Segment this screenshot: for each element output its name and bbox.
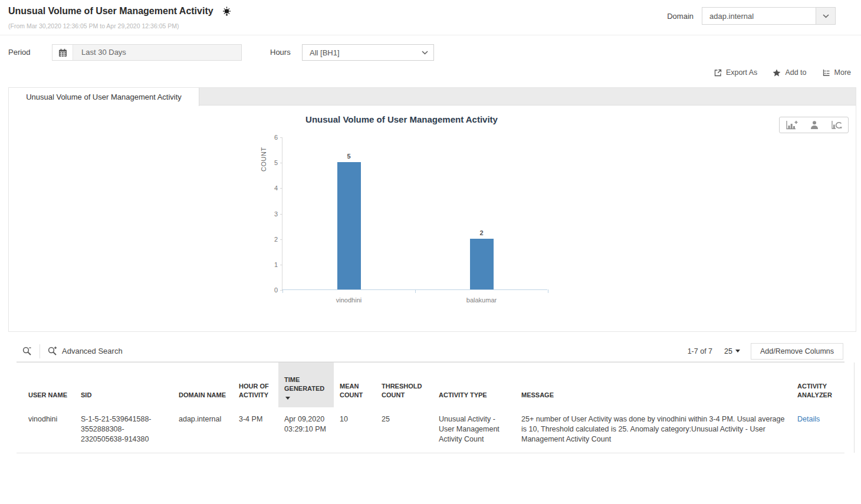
chevron-down-icon[interactable] [816, 8, 835, 24]
chart-title: Unusual Volume of User Management Activi… [248, 114, 555, 124]
y-tick-label: 6 [264, 134, 278, 141]
chart-plot: COUNT 01234565vinodhini2balakumar [282, 137, 547, 290]
pagination-range: 1-7 of 7 [688, 347, 712, 355]
more-button[interactable]: More [822, 68, 851, 77]
more-icon [822, 68, 830, 77]
x-category-label: balakumar [435, 297, 529, 304]
calendar-icon[interactable] [52, 45, 73, 60]
domain-selected-value: adap.internal [702, 12, 816, 21]
period-picker[interactable]: Last 30 Days [52, 44, 242, 61]
x-tick-mark [548, 289, 548, 293]
y-tick-mark [280, 163, 282, 163]
advanced-search-icon [47, 346, 57, 356]
cell-mean-count: 10 [334, 407, 376, 453]
hours-select[interactable]: All [BH1] [302, 44, 434, 61]
details-link[interactable]: Details [797, 415, 820, 423]
bulb-icon[interactable] [222, 6, 232, 17]
cell-user-name: vinodhini [17, 407, 75, 453]
export-as-label: Export As [726, 68, 758, 77]
period-label: Period [8, 48, 31, 57]
add-to-label: Add to [785, 68, 806, 77]
add-remove-columns-button[interactable]: Add/Remove Columns [751, 343, 843, 360]
column-header-mean-count[interactable]: MEAN COUNT [334, 363, 376, 407]
star-icon [773, 69, 781, 77]
report-actions: Export As Add to More [714, 68, 851, 77]
column-header-user-name[interactable]: USER NAME [17, 363, 75, 407]
column-header-threshold-count[interactable]: THRESHOLD COUNT [376, 363, 433, 407]
page-title: Unusual Volume of User Management Activi… [8, 6, 213, 17]
bar-balakumar[interactable] [470, 239, 494, 289]
y-tick-label: 1 [264, 261, 278, 268]
y-tick-mark [280, 265, 282, 265]
chart-toolbar [779, 117, 849, 133]
report-date-range: (From Mar 30,2020 12:36:05 PM to Apr 29,… [8, 22, 179, 29]
caret-down-icon [735, 350, 740, 353]
chart: Unusual Volume of User Management Activi… [248, 114, 555, 309]
column-header-activity-analyzer[interactable]: ACTIVITY ANALYZER [791, 363, 844, 407]
page-size-select[interactable]: 25 [724, 347, 740, 355]
y-tick-label: 2 [264, 236, 278, 243]
table-header-row: USER NAME SID DOMAIN NAME HOUR OF ACTIVI… [17, 363, 844, 407]
cell-hour-of-activity: 3-4 PM [233, 407, 278, 453]
tab-label: Unusual Volume of User Management Activi… [26, 93, 182, 101]
table-row: vinodhini S-1-5-21-539641588-3552888308-… [17, 407, 844, 453]
x-tick-mark [282, 289, 283, 293]
cell-domain-name: adap.internal [173, 407, 233, 453]
table-scrollbar-track[interactable] [854, 363, 855, 453]
y-tick-mark [280, 137, 282, 138]
chevron-down-icon[interactable] [416, 51, 433, 55]
search-icon[interactable] [17, 346, 37, 356]
chart-refresh-icon[interactable] [831, 120, 842, 130]
page-size-value: 25 [724, 347, 732, 355]
results-table-section: Advanced Search 1-7 of 7 25 Add/Remove C… [17, 341, 844, 453]
export-as-button[interactable]: Export As [714, 68, 758, 77]
hours-label: Hours [270, 48, 291, 57]
column-header-activity-type[interactable]: ACTIVITY TYPE [433, 363, 515, 407]
cell-activity-analyzer: Details [791, 407, 844, 453]
cell-time-generated: Apr 09,2020 03:29:10 PM [278, 407, 334, 453]
cell-message: 25+ number of User Activity was done by … [515, 407, 791, 453]
y-tick-mark [280, 214, 282, 215]
column-header-hour-of-activity[interactable]: HOUR OF ACTIVITY [233, 363, 278, 407]
advanced-search-button[interactable]: Advanced Search [42, 346, 127, 356]
bar-vinodhini[interactable] [337, 162, 361, 289]
export-icon [714, 69, 722, 77]
person-icon[interactable] [810, 120, 819, 130]
sort-caret-icon[interactable] [285, 397, 290, 400]
domain-select[interactable]: adap.internal [702, 7, 836, 25]
period-value[interactable]: Last 30 Days [73, 45, 241, 60]
tab-bar: Unusual Volume of User Management Activi… [9, 88, 856, 106]
column-header-domain-name[interactable]: DOMAIN NAME [173, 363, 233, 407]
add-to-button[interactable]: Add to [773, 68, 806, 77]
cell-sid: S-1-5-21-539641588-3552888308-2320505638… [75, 407, 173, 453]
hours-selected-value: All [BH1] [303, 48, 416, 57]
advanced-search-label: Advanced Search [62, 347, 123, 355]
x-tick-mark [415, 289, 416, 293]
results-table: USER NAME SID DOMAIN NAME HOUR OF ACTIVI… [17, 362, 844, 453]
y-tick-mark [280, 239, 282, 240]
more-label: More [834, 68, 851, 77]
page-header: Unusual Volume of User Management Activi… [8, 6, 232, 17]
bar-value-label: 2 [470, 229, 494, 236]
domain-filter: Domain adap.internal [667, 7, 836, 25]
toolbar-divider [40, 344, 40, 358]
column-header-sid[interactable]: SID [75, 363, 173, 407]
chart-add-icon[interactable] [786, 120, 798, 130]
y-tick-label: 4 [264, 185, 278, 192]
tab-unusual-volume[interactable]: Unusual Volume of User Management Activi… [9, 88, 199, 106]
report-panel: Unusual Volume of User Management Activi… [8, 87, 856, 332]
cell-activity-type: Unusual Activity - User Management Activ… [433, 407, 515, 453]
cell-threshold-count: 25 [376, 407, 433, 453]
y-tick-mark [280, 188, 282, 189]
y-tick-label: 5 [264, 159, 278, 166]
bar-value-label: 5 [337, 153, 361, 160]
column-header-message[interactable]: MESSAGE [515, 363, 791, 407]
table-toolbar: Advanced Search 1-7 of 7 25 Add/Remove C… [17, 341, 844, 362]
domain-label: Domain [667, 12, 694, 21]
header-divider [0, 35, 861, 35]
y-tick-label: 3 [264, 210, 278, 218]
x-category-label: vinodhini [302, 297, 396, 304]
y-tick-label: 0 [264, 286, 278, 294]
column-header-time-generated[interactable]: TIME GENERATED [278, 363, 334, 407]
